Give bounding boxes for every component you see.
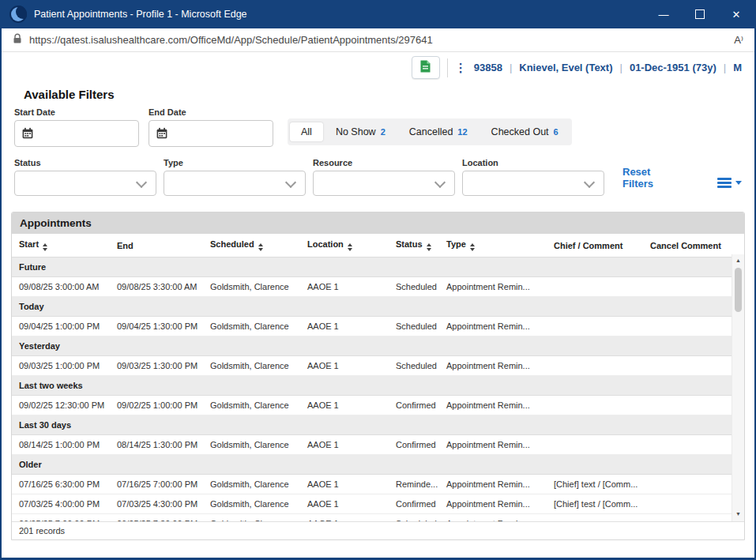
scrollbar-thumb[interactable]	[735, 268, 742, 312]
cell-end: 07/16/25 7:00:00 PM	[114, 475, 207, 494]
scroll-down-button[interactable]: ▼	[732, 508, 744, 520]
cell-type: Appointment Remin...	[443, 475, 543, 494]
tab-checked-out[interactable]: Checked Out6	[480, 122, 570, 141]
start-date-input-group[interactable]	[14, 120, 139, 147]
sort-icon	[258, 243, 263, 251]
address-bar[interactable]: https://qatest.isalushealthcare.com/Offi…	[2, 28, 754, 52]
calendar-icon[interactable]	[149, 127, 175, 140]
cell-chief	[543, 317, 647, 336]
col-scheduled[interactable]: Scheduled	[207, 234, 298, 257]
group-row: Today	[12, 297, 744, 317]
cell-status: Scheduled	[393, 317, 443, 336]
patient-note-button[interactable]	[412, 56, 440, 79]
caret-down-icon	[735, 181, 742, 185]
end-date-input[interactable]	[175, 127, 273, 140]
col-start[interactable]: Start	[12, 234, 114, 257]
cell-status: Reminde...	[393, 475, 443, 494]
window-controls: — ✕	[645, 0, 754, 28]
cell-chief	[543, 356, 647, 376]
tab-no-show[interactable]: No Show2	[325, 122, 397, 141]
col-location[interactable]: Location	[298, 234, 393, 257]
sort-icon	[470, 243, 475, 251]
cell-location: AAOE 1	[298, 475, 393, 494]
patient-sex: M	[733, 62, 742, 73]
divider	[447, 58, 448, 77]
sort-icon	[427, 243, 431, 251]
table-row: 09/02/25 12:30:00 PM09/02/25 1:00:00 PMG…	[12, 396, 744, 415]
tab-label: Checked Out	[491, 126, 549, 137]
group-label: Older	[12, 455, 744, 475]
tab-label: Cancelled	[409, 126, 453, 137]
cell-type: Appointment Remin...	[443, 317, 543, 336]
group-label: Today	[12, 297, 744, 317]
reset-filters-link[interactable]: Reset Filters	[622, 166, 673, 190]
appointments-table: StartEndScheduledLocationStatusTypeChief…	[12, 234, 744, 521]
filter-label: Location	[462, 158, 604, 167]
group-row: Future	[12, 257, 744, 277]
tab-label: All	[301, 126, 312, 137]
sort-icon	[348, 243, 352, 251]
filter-type: Type	[164, 158, 306, 196]
start-date-field: Start Date	[14, 107, 139, 147]
maximize-button[interactable]	[682, 0, 718, 28]
filter-select-type[interactable]	[164, 171, 306, 196]
cell-cancel-comment	[647, 514, 742, 522]
filter-select-location[interactable]	[462, 171, 604, 196]
cell-status: Scheduled	[393, 277, 443, 297]
list-menu-button[interactable]	[717, 176, 742, 190]
url-text[interactable]: https://qatest.isalushealthcare.com/Offi…	[29, 34, 433, 46]
start-date-input[interactable]	[40, 127, 138, 140]
tab-count: 2	[381, 127, 386, 137]
cell-scheduled: Goldsmith, Clarence	[207, 396, 298, 415]
cell-type: Appointment Remin...	[443, 514, 543, 522]
minimize-button[interactable]: —	[645, 0, 682, 28]
tab-all[interactable]: All	[290, 122, 323, 141]
cell-cancel-comment	[647, 435, 742, 455]
col-label: Location	[307, 239, 344, 249]
page-content: ⋮ 93858 | Knievel, Evel (Text) | 01-Dec-…	[2, 52, 754, 558]
group-row: Last 30 days	[12, 415, 744, 435]
lock-icon	[13, 33, 22, 47]
col-type[interactable]: Type	[443, 234, 543, 257]
col-status[interactable]: Status	[393, 234, 443, 257]
filter-select-resource[interactable]	[313, 171, 455, 196]
window-title: Patient Appointments - Profile 1 - Micro…	[34, 9, 247, 20]
col-label: Status	[396, 239, 423, 249]
select-value	[314, 171, 454, 184]
start-date-label: Start Date	[14, 107, 139, 117]
cell-location: AAOE 1	[298, 494, 393, 514]
scrollbar[interactable]: ▲ ▼	[732, 254, 744, 521]
select-value	[463, 171, 604, 184]
kebab-icon[interactable]: ⋮	[455, 61, 467, 75]
patient-dob: 01-Dec-1951 (73y)	[630, 62, 717, 73]
close-button[interactable]: ✕	[718, 0, 754, 28]
maximize-icon	[695, 9, 705, 19]
cell-end: 09/02/25 1:00:00 PM	[114, 396, 207, 415]
table-row: 07/16/25 6:30:00 PM07/16/25 7:00:00 PMGo…	[12, 475, 744, 494]
scroll-up-button[interactable]: ▲	[732, 254, 744, 266]
cell-location: AAOE 1	[298, 277, 393, 297]
group-label: Last 30 days	[12, 415, 744, 435]
cell-cancel-comment	[647, 494, 742, 514]
separator: |	[724, 62, 726, 73]
cell-scheduled: Goldsmith, Clarence	[207, 317, 298, 336]
table-header-row: StartEndScheduledLocationStatusTypeChief…	[12, 234, 744, 257]
cell-status: Scheduled	[393, 356, 443, 376]
group-row: Older	[12, 455, 744, 475]
end-date-input-group[interactable]	[149, 120, 273, 147]
app-icon	[9, 6, 27, 23]
cell-end: 09/03/25 1:30:00 PM	[114, 356, 207, 376]
calendar-icon[interactable]	[15, 127, 40, 140]
patient-name: Knievel, Evel (Text)	[519, 62, 612, 73]
cell-type: Appointment Remin...	[443, 435, 543, 455]
tab-cancelled[interactable]: Cancelled12	[398, 122, 479, 141]
cell-status: Confirmed	[393, 494, 443, 514]
separator: |	[510, 62, 512, 73]
filter-select-status[interactable]	[14, 171, 156, 196]
cell-end: 09/08/25 3:30:00 AM	[114, 277, 207, 297]
col-label: Type	[446, 239, 466, 249]
read-aloud-icon[interactable]: A⁾	[734, 34, 743, 46]
filter-label: Status	[14, 158, 156, 167]
cell-cancel-comment	[647, 356, 742, 376]
appointments-table-wrap: StartEndScheduledLocationStatusTypeChief…	[12, 234, 744, 521]
